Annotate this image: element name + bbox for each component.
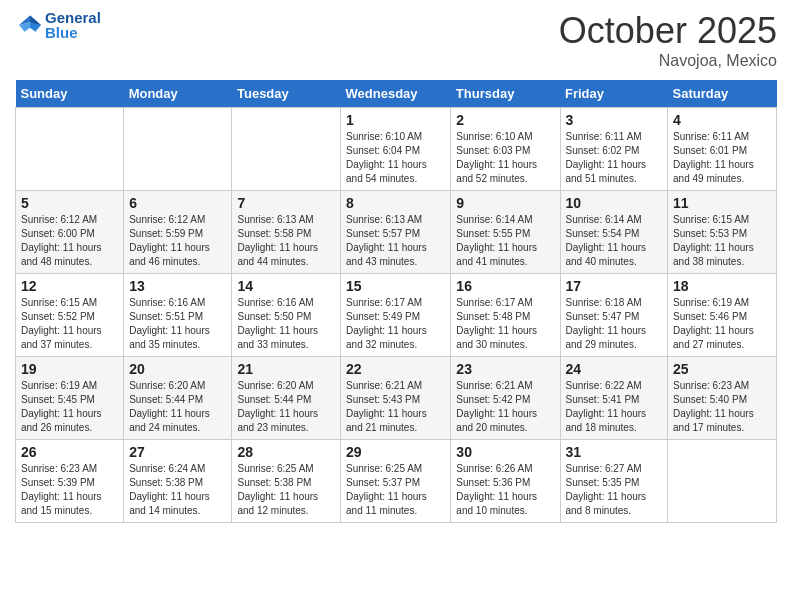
logo: General Blue xyxy=(15,10,101,40)
logo-general: General xyxy=(45,10,101,25)
day-info: Sunrise: 6:23 AM Sunset: 5:39 PM Dayligh… xyxy=(21,462,118,518)
calendar-cell xyxy=(124,108,232,191)
week-row-0: 1Sunrise: 6:10 AM Sunset: 6:04 PM Daylig… xyxy=(16,108,777,191)
calendar-cell: 25Sunrise: 6:23 AM Sunset: 5:40 PM Dayli… xyxy=(668,357,777,440)
day-number: 26 xyxy=(21,444,118,460)
weekday-header-saturday: Saturday xyxy=(668,80,777,108)
day-info: Sunrise: 6:11 AM Sunset: 6:02 PM Dayligh… xyxy=(566,130,663,186)
calendar-cell: 12Sunrise: 6:15 AM Sunset: 5:52 PM Dayli… xyxy=(16,274,124,357)
calendar-table: SundayMondayTuesdayWednesdayThursdayFrid… xyxy=(15,80,777,523)
calendar-cell: 11Sunrise: 6:15 AM Sunset: 5:53 PM Dayli… xyxy=(668,191,777,274)
location: Navojoa, Mexico xyxy=(559,52,777,70)
month-title: October 2025 xyxy=(559,10,777,52)
day-info: Sunrise: 6:17 AM Sunset: 5:48 PM Dayligh… xyxy=(456,296,554,352)
calendar-header: SundayMondayTuesdayWednesdayThursdayFrid… xyxy=(16,80,777,108)
week-row-2: 12Sunrise: 6:15 AM Sunset: 5:52 PM Dayli… xyxy=(16,274,777,357)
calendar-cell: 26Sunrise: 6:23 AM Sunset: 5:39 PM Dayli… xyxy=(16,440,124,523)
day-info: Sunrise: 6:21 AM Sunset: 5:42 PM Dayligh… xyxy=(456,379,554,435)
calendar-cell: 3Sunrise: 6:11 AM Sunset: 6:02 PM Daylig… xyxy=(560,108,668,191)
calendar-cell: 8Sunrise: 6:13 AM Sunset: 5:57 PM Daylig… xyxy=(341,191,451,274)
day-number: 10 xyxy=(566,195,663,211)
calendar-cell: 14Sunrise: 6:16 AM Sunset: 5:50 PM Dayli… xyxy=(232,274,341,357)
calendar-cell: 7Sunrise: 6:13 AM Sunset: 5:58 PM Daylig… xyxy=(232,191,341,274)
calendar-cell: 15Sunrise: 6:17 AM Sunset: 5:49 PM Dayli… xyxy=(341,274,451,357)
calendar-cell: 30Sunrise: 6:26 AM Sunset: 5:36 PM Dayli… xyxy=(451,440,560,523)
day-number: 7 xyxy=(237,195,335,211)
weekday-header-sunday: Sunday xyxy=(16,80,124,108)
day-number: 23 xyxy=(456,361,554,377)
day-number: 31 xyxy=(566,444,663,460)
title-block: October 2025 Navojoa, Mexico xyxy=(559,10,777,70)
calendar-cell: 22Sunrise: 6:21 AM Sunset: 5:43 PM Dayli… xyxy=(341,357,451,440)
day-info: Sunrise: 6:17 AM Sunset: 5:49 PM Dayligh… xyxy=(346,296,445,352)
day-info: Sunrise: 6:14 AM Sunset: 5:54 PM Dayligh… xyxy=(566,213,663,269)
weekday-header-tuesday: Tuesday xyxy=(232,80,341,108)
day-info: Sunrise: 6:11 AM Sunset: 6:01 PM Dayligh… xyxy=(673,130,771,186)
calendar-cell: 31Sunrise: 6:27 AM Sunset: 5:35 PM Dayli… xyxy=(560,440,668,523)
day-number: 25 xyxy=(673,361,771,377)
logo-text: General Blue xyxy=(45,10,101,40)
weekday-header-wednesday: Wednesday xyxy=(341,80,451,108)
day-info: Sunrise: 6:19 AM Sunset: 5:46 PM Dayligh… xyxy=(673,296,771,352)
day-number: 20 xyxy=(129,361,226,377)
page-header: General Blue October 2025 Navojoa, Mexic… xyxy=(15,10,777,70)
day-info: Sunrise: 6:19 AM Sunset: 5:45 PM Dayligh… xyxy=(21,379,118,435)
day-info: Sunrise: 6:18 AM Sunset: 5:47 PM Dayligh… xyxy=(566,296,663,352)
calendar-cell: 19Sunrise: 6:19 AM Sunset: 5:45 PM Dayli… xyxy=(16,357,124,440)
calendar-cell: 27Sunrise: 6:24 AM Sunset: 5:38 PM Dayli… xyxy=(124,440,232,523)
calendar-cell: 16Sunrise: 6:17 AM Sunset: 5:48 PM Dayli… xyxy=(451,274,560,357)
day-info: Sunrise: 6:20 AM Sunset: 5:44 PM Dayligh… xyxy=(237,379,335,435)
day-number: 29 xyxy=(346,444,445,460)
day-number: 15 xyxy=(346,278,445,294)
day-number: 16 xyxy=(456,278,554,294)
day-number: 19 xyxy=(21,361,118,377)
day-number: 3 xyxy=(566,112,663,128)
calendar-cell: 29Sunrise: 6:25 AM Sunset: 5:37 PM Dayli… xyxy=(341,440,451,523)
day-number: 6 xyxy=(129,195,226,211)
day-info: Sunrise: 6:13 AM Sunset: 5:58 PM Dayligh… xyxy=(237,213,335,269)
week-row-3: 19Sunrise: 6:19 AM Sunset: 5:45 PM Dayli… xyxy=(16,357,777,440)
calendar-cell: 13Sunrise: 6:16 AM Sunset: 5:51 PM Dayli… xyxy=(124,274,232,357)
calendar-cell: 20Sunrise: 6:20 AM Sunset: 5:44 PM Dayli… xyxy=(124,357,232,440)
calendar-cell: 23Sunrise: 6:21 AM Sunset: 5:42 PM Dayli… xyxy=(451,357,560,440)
day-info: Sunrise: 6:15 AM Sunset: 5:52 PM Dayligh… xyxy=(21,296,118,352)
day-info: Sunrise: 6:20 AM Sunset: 5:44 PM Dayligh… xyxy=(129,379,226,435)
day-number: 2 xyxy=(456,112,554,128)
day-info: Sunrise: 6:22 AM Sunset: 5:41 PM Dayligh… xyxy=(566,379,663,435)
logo-icon xyxy=(15,11,45,39)
day-info: Sunrise: 6:14 AM Sunset: 5:55 PM Dayligh… xyxy=(456,213,554,269)
day-number: 21 xyxy=(237,361,335,377)
calendar-cell: 10Sunrise: 6:14 AM Sunset: 5:54 PM Dayli… xyxy=(560,191,668,274)
calendar-body: 1Sunrise: 6:10 AM Sunset: 6:04 PM Daylig… xyxy=(16,108,777,523)
day-info: Sunrise: 6:27 AM Sunset: 5:35 PM Dayligh… xyxy=(566,462,663,518)
day-number: 17 xyxy=(566,278,663,294)
day-info: Sunrise: 6:26 AM Sunset: 5:36 PM Dayligh… xyxy=(456,462,554,518)
day-info: Sunrise: 6:25 AM Sunset: 5:38 PM Dayligh… xyxy=(237,462,335,518)
day-number: 1 xyxy=(346,112,445,128)
week-row-4: 26Sunrise: 6:23 AM Sunset: 5:39 PM Dayli… xyxy=(16,440,777,523)
calendar-cell: 21Sunrise: 6:20 AM Sunset: 5:44 PM Dayli… xyxy=(232,357,341,440)
calendar-cell xyxy=(16,108,124,191)
day-number: 18 xyxy=(673,278,771,294)
calendar-cell: 9Sunrise: 6:14 AM Sunset: 5:55 PM Daylig… xyxy=(451,191,560,274)
day-number: 9 xyxy=(456,195,554,211)
day-info: Sunrise: 6:13 AM Sunset: 5:57 PM Dayligh… xyxy=(346,213,445,269)
day-info: Sunrise: 6:16 AM Sunset: 5:50 PM Dayligh… xyxy=(237,296,335,352)
day-info: Sunrise: 6:24 AM Sunset: 5:38 PM Dayligh… xyxy=(129,462,226,518)
logo-blue: Blue xyxy=(45,25,101,40)
day-info: Sunrise: 6:15 AM Sunset: 5:53 PM Dayligh… xyxy=(673,213,771,269)
day-number: 5 xyxy=(21,195,118,211)
day-number: 28 xyxy=(237,444,335,460)
day-number: 14 xyxy=(237,278,335,294)
calendar-cell xyxy=(668,440,777,523)
calendar-cell: 1Sunrise: 6:10 AM Sunset: 6:04 PM Daylig… xyxy=(341,108,451,191)
day-number: 22 xyxy=(346,361,445,377)
day-info: Sunrise: 6:23 AM Sunset: 5:40 PM Dayligh… xyxy=(673,379,771,435)
weekday-header-row: SundayMondayTuesdayWednesdayThursdayFrid… xyxy=(16,80,777,108)
day-number: 12 xyxy=(21,278,118,294)
calendar-cell: 24Sunrise: 6:22 AM Sunset: 5:41 PM Dayli… xyxy=(560,357,668,440)
day-number: 11 xyxy=(673,195,771,211)
day-number: 30 xyxy=(456,444,554,460)
calendar-cell: 4Sunrise: 6:11 AM Sunset: 6:01 PM Daylig… xyxy=(668,108,777,191)
calendar-cell: 5Sunrise: 6:12 AM Sunset: 6:00 PM Daylig… xyxy=(16,191,124,274)
